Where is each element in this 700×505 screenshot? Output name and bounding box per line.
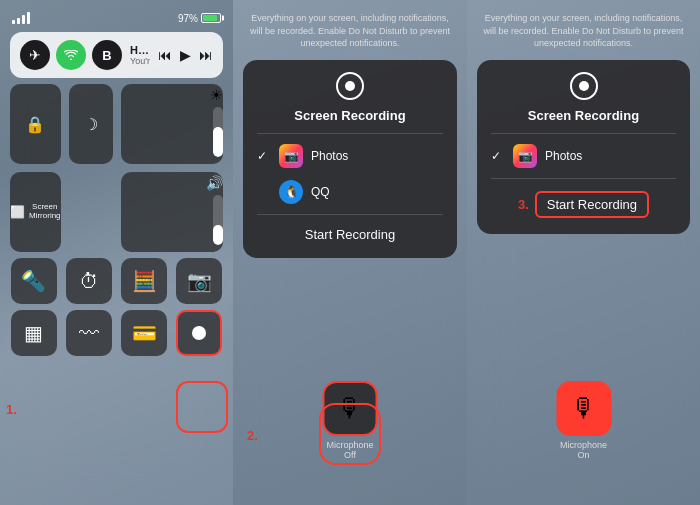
- start-recording-button-3[interactable]: Start Recording: [535, 191, 649, 218]
- screen-mirroring-button[interactable]: ⬜ Screen Mirroring: [10, 172, 61, 252]
- app-name-photos-2: Photos: [311, 149, 348, 163]
- battery-percent: 97%: [178, 13, 198, 24]
- brightness-slider[interactable]: ☀: [121, 84, 224, 164]
- app-name-photos-3: Photos: [545, 149, 582, 163]
- music-subtitle: You're perfect j...: [130, 56, 150, 66]
- qq-icon: 🐧: [279, 180, 303, 204]
- app-name-qq-2: QQ: [311, 185, 330, 199]
- divider3: [491, 133, 676, 134]
- app-row-photos-3[interactable]: ✓ 📷 Photos: [491, 142, 676, 170]
- music-info: Hard On Yourself You're perfect j...: [130, 44, 150, 66]
- cc-grid-row1: 🔒 ☽ ⬜ Screen Mirroring ☀ 🔊: [10, 84, 223, 252]
- checkmark-photos-3: ✓: [491, 149, 505, 163]
- airplane-mode-button[interactable]: ✈: [20, 40, 50, 70]
- play-button[interactable]: ▶: [180, 47, 191, 63]
- screen-mirroring-label: Screen Mirroring: [29, 203, 61, 221]
- flashlight-button[interactable]: 🔦: [11, 258, 57, 304]
- waveform-button[interactable]: 〰: [66, 310, 112, 356]
- mic-label-off: MicrophoneOff: [326, 440, 373, 460]
- music-card[interactable]: ✈ B Hard On Yourself You're perfect j...…: [10, 32, 223, 78]
- bluetooth-button[interactable]: B: [92, 40, 122, 70]
- record-dot-3: [579, 81, 589, 91]
- record-dot: [345, 81, 355, 91]
- battery-icon: [201, 13, 221, 23]
- do-not-disturb-button[interactable]: ☽: [69, 84, 113, 164]
- signal-bars: [12, 12, 30, 24]
- mic-circle-off[interactable]: 🎙: [323, 381, 378, 436]
- record-icon: [336, 72, 364, 100]
- divider4: [491, 178, 676, 179]
- next-button[interactable]: ⏭: [199, 47, 213, 63]
- wallet-button[interactable]: 💳: [121, 310, 167, 356]
- screen-record-button[interactable]: [176, 310, 222, 356]
- mic-circle-on[interactable]: 🎙: [556, 381, 611, 436]
- prev-button[interactable]: ⏮: [158, 47, 172, 63]
- microphone-off-button[interactable]: 🎙 MicrophoneOff: [323, 381, 378, 460]
- wifi-button[interactable]: [56, 40, 86, 70]
- checkmark-photos: ✓: [257, 149, 271, 163]
- step-1-label: 1.: [6, 402, 17, 417]
- panel-3-screen-recording-mic-on: Everything on your screen, including not…: [467, 0, 700, 505]
- divider2: [257, 214, 443, 215]
- divider1: [257, 133, 443, 134]
- step-3-label: 3.: [518, 197, 529, 212]
- cc-bottom-row2: ▦ 〰 💳: [10, 310, 223, 356]
- microphone-on-button[interactable]: 🎙 MicrophoneOn: [556, 381, 611, 460]
- music-playback[interactable]: ⏮ ▶ ⏭: [158, 47, 213, 63]
- app-row-photos-2[interactable]: ✓ 📷 Photos: [257, 142, 443, 170]
- lock-orientation-button[interactable]: 🔒: [10, 84, 61, 164]
- recording-sheet-2: Screen Recording ✓ 📷 Photos ✓ 🐧 QQ Start…: [243, 60, 457, 258]
- status-bar: 97%: [10, 8, 223, 26]
- notice-text-2: Everything on your screen, including not…: [243, 12, 457, 50]
- timer-button[interactable]: ⏱: [66, 258, 112, 304]
- battery-info: 97%: [178, 13, 221, 24]
- sheet-title-3: Screen Recording: [528, 108, 639, 123]
- notice-text-3: Everything on your screen, including not…: [477, 12, 690, 50]
- record-icon-3: [570, 72, 598, 100]
- scan-button[interactable]: ▦: [11, 310, 57, 356]
- step-2-label: 2.: [247, 428, 258, 443]
- screen-mirroring-placeholder: [69, 172, 113, 252]
- calculator-button[interactable]: 🧮: [121, 258, 167, 304]
- start-recording-button-2[interactable]: Start Recording: [305, 223, 395, 246]
- camera-button[interactable]: 📷: [176, 258, 222, 304]
- music-title: Hard On Yourself: [130, 44, 150, 56]
- mic-label-on: MicrophoneOn: [560, 440, 607, 460]
- photos-icon-3: 📷: [513, 144, 537, 168]
- panel-1-control-center: 97% ✈ B Hard On Yourself You're perfec: [0, 0, 233, 505]
- panel-2-screen-recording: Everything on your screen, including not…: [233, 0, 467, 505]
- volume-slider[interactable]: 🔊: [121, 172, 224, 252]
- recording-sheet-3: Screen Recording ✓ 📷 Photos 3. Start Rec…: [477, 60, 690, 234]
- photos-icon: 📷: [279, 144, 303, 168]
- cc-bottom-row: 🔦 ⏱ 🧮 📷: [10, 258, 223, 304]
- app-row-qq-2[interactable]: ✓ 🐧 QQ: [257, 178, 443, 206]
- cc-top-grid: 🔒 ☽ ⬜ Screen Mirroring: [10, 84, 113, 252]
- sheet-title-2: Screen Recording: [294, 108, 405, 123]
